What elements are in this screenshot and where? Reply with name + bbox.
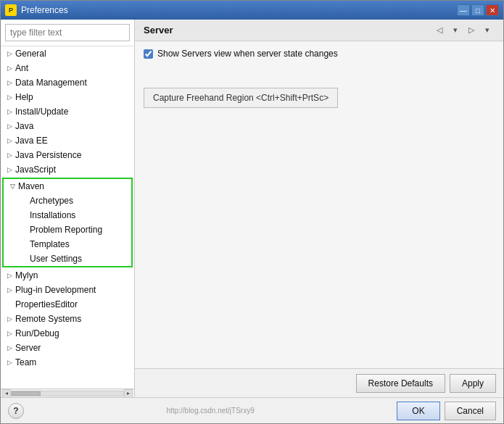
tree-label-data-management: Data Management [15,78,87,88]
expand-arrow-server: ▷ [4,342,15,354]
expand-arrow-run-debug: ▷ [4,328,15,339]
tree-label-plugin-development: Plug-in Development [15,285,96,295]
tree-item-ant[interactable]: ▷ Ant [1,61,134,75]
tree-label-installations: Installations [30,210,75,220]
tree-item-team[interactable]: ▷ Team [1,355,134,370]
tree-item-javascript[interactable]: ▷ JavaScript [1,162,134,177]
expand-arrow-problem-reporting [18,224,30,236]
tree-label-remote-systems: Remote Systems [15,314,81,324]
expand-arrow-general: ▷ [4,48,15,59]
tree-label-java: Java [15,121,33,131]
tree-item-properties-editor[interactable]: PropertiesEditor [1,297,134,312]
show-servers-label: Show Servers view when server state chan… [157,49,338,59]
tree-item-installations[interactable]: Installations [4,208,131,223]
toolbar-forward-button[interactable]: ▷ [464,23,479,38]
watermark: http://blog.csdn.net/jTSrxy9 [167,407,255,415]
expand-arrow-help: ▷ [4,91,15,103]
tree-item-run-debug[interactable]: ▷ Run/Debug [1,326,134,341]
footer-buttons: OK Cancel [397,402,496,420]
tree-label-general: General [15,49,46,59]
restore-defaults-button[interactable]: Restore Defaults [356,374,445,393]
tree-label-javascript: JavaScript [15,165,56,175]
maven-group: ▽ Maven Archetypes Installations [2,178,133,267]
tree-label-ant: Ant [15,63,28,73]
cancel-button[interactable]: Cancel [445,402,496,420]
help-button[interactable]: ? [8,403,24,419]
tree-scrollbar-horizontal[interactable]: ◂ ▸ [1,388,134,397]
tree-item-java[interactable]: ▷ Java [1,119,134,133]
tree-container: ▷ General ▷ Ant ▷ Data Management ▷ Help [1,46,134,388]
title-bar: P Preferences — □ ✕ [1,1,503,20]
minimize-button[interactable]: — [457,4,470,16]
toolbar-more-button[interactable]: ▾ [480,23,495,38]
ok-button[interactable]: OK [397,402,439,420]
panel-header: Server ◁ ▾ ▷ ▾ [135,20,503,41]
expand-arrow-team: ▷ [4,357,15,368]
capture-freehand-button[interactable]: Capture Freehand Region <Ctrl+Shift+PrtS… [144,88,338,108]
maximize-button[interactable]: □ [471,4,484,16]
tree-item-help[interactable]: ▷ Help [1,90,134,104]
tree-item-templates[interactable]: Templates [4,237,131,252]
scroll-right-arrow[interactable]: ▸ [124,389,133,398]
tree-label-java-persistence: Java Persistence [15,150,81,160]
tree-label-properties-editor: PropertiesEditor [15,299,78,309]
title-bar-left: P Preferences [5,4,68,16]
title-bar-buttons: — □ ✕ [457,4,499,16]
right-panel: Server ◁ ▾ ▷ ▾ Show Servers view when se… [135,20,503,397]
tree-item-user-settings[interactable]: User Settings [4,252,131,266]
expand-arrow-data-management: ▷ [4,77,15,88]
toolbar-back-button[interactable]: ◁ [432,23,447,38]
tree-item-install-update[interactable]: ▷ Install/Update [1,104,134,119]
tree-item-archetypes[interactable]: Archetypes [4,194,131,208]
tree-label-mylyn: Mylyn [15,270,38,280]
tree-item-java-ee[interactable]: ▷ Java EE [1,133,134,148]
tree-label-problem-reporting: Problem Reporting [30,225,102,235]
filter-input[interactable] [5,24,130,41]
tree-item-data-management[interactable]: ▷ Data Management [1,75,134,90]
tree-label-server: Server [15,343,41,353]
scroll-left-arrow[interactable]: ◂ [2,389,11,398]
close-button[interactable]: ✕ [486,4,499,16]
tree-label-run-debug: Run/Debug [15,328,59,338]
tree-item-java-persistence[interactable]: ▷ Java Persistence [1,148,134,162]
expand-arrow-plugin-development: ▷ [4,284,15,296]
tree-item-server[interactable]: ▷ Server [1,341,134,355]
scrollbar-track[interactable] [11,391,124,396]
expand-arrow-installations [18,209,30,221]
expand-arrow-maven: ▽ [7,180,18,192]
expand-arrow-java-persistence: ▷ [4,149,15,161]
tree-item-mylyn[interactable]: ▷ Mylyn [1,268,134,283]
show-servers-checkbox-row: Show Servers view when server state chan… [144,49,495,59]
tree-item-general[interactable]: ▷ General [1,46,134,61]
restore-apply-bar: Restore Defaults Apply [135,368,503,397]
expand-arrow-install-update: ▷ [4,106,15,117]
expand-arrow-ant: ▷ [4,62,15,74]
panel-body: Show Servers view when server state chan… [135,41,503,368]
toolbar-dropdown-button[interactable]: ▾ [448,23,463,38]
expand-arrow-java: ▷ [4,120,15,132]
show-servers-checkbox[interactable] [144,49,153,59]
scrollbar-thumb[interactable] [12,391,41,396]
window-title: Preferences [21,5,68,15]
expand-arrow-mylyn: ▷ [4,270,15,281]
tree-item-problem-reporting[interactable]: Problem Reporting [4,223,131,237]
tree-item-remote-systems[interactable]: ▷ Remote Systems [1,312,134,326]
expand-arrow-remote-systems: ▷ [4,313,15,325]
preferences-window: P Preferences — □ ✕ ▷ General [0,0,504,424]
panel-toolbar: ◁ ▾ ▷ ▾ [432,23,495,38]
main-content: ▷ General ▷ Ant ▷ Data Management ▷ Help [1,20,503,397]
bottom-right-buttons: Restore Defaults Apply [356,374,496,393]
expand-arrow-java-ee: ▷ [4,135,15,146]
window-icon: P [5,4,17,16]
filter-bar [1,20,134,46]
tree-label-install-update: Install/Update [15,107,68,117]
expand-arrow-properties-editor [4,299,15,310]
expand-arrow-user-settings [18,253,30,265]
tree-item-maven[interactable]: ▽ Maven [4,179,131,194]
apply-button[interactable]: Apply [450,374,496,393]
panel-title: Server [144,25,173,36]
tree-item-plugin-development[interactable]: ▷ Plug-in Development [1,283,134,297]
tree-label-templates: Templates [30,239,70,249]
tree-label-java-ee: Java EE [15,136,48,146]
expand-arrow-archetypes [18,195,30,207]
